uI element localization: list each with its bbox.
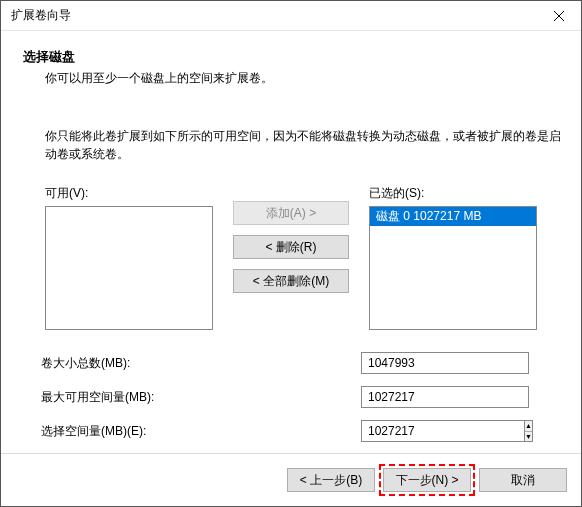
max-space-row: 最大可用空间量(MB): 1027217	[41, 386, 561, 408]
available-label: 可用(V):	[45, 185, 213, 202]
wizard-window: 扩展卷向导 选择磁盘 你可以用至少一个磁盘上的空间来扩展卷。 你只能将此卷扩展到…	[0, 0, 582, 507]
select-space-spinner: ▲ ▼	[361, 420, 529, 442]
spinner-buttons: ▲ ▼	[524, 420, 533, 442]
remove-all-button[interactable]: < 全部删除(M)	[233, 269, 349, 293]
available-column: 可用(V):	[45, 185, 213, 330]
wizard-footer: < 上一步(B) 下一步(N) > 取消	[1, 453, 581, 506]
selected-column: 已选的(S): 磁盘 0 1027217 MB	[369, 185, 537, 330]
selected-label: 已选的(S):	[369, 185, 537, 202]
page-heading: 选择磁盘	[23, 49, 561, 66]
content-area: 选择磁盘 你可以用至少一个磁盘上的空间来扩展卷。 你只能将此卷扩展到如下所示的可…	[1, 31, 581, 442]
select-space-input[interactable]	[361, 420, 524, 442]
max-space-value: 1027217	[361, 386, 529, 408]
max-space-label: 最大可用空间量(MB):	[41, 389, 361, 406]
total-size-label: 卷大小总数(MB):	[41, 355, 361, 372]
back-button[interactable]: < 上一步(B)	[287, 468, 375, 492]
selected-listbox[interactable]: 磁盘 0 1027217 MB	[369, 206, 537, 330]
transfer-buttons: 添加(A) > < 删除(R) < 全部删除(M)	[213, 185, 369, 293]
description-text: 你只能将此卷扩展到如下所示的可用空间，因为不能将磁盘转换为动态磁盘，或者被扩展的…	[45, 127, 561, 163]
select-space-label: 选择空间量(MB)(E):	[41, 423, 361, 440]
spin-up-button[interactable]: ▲	[525, 421, 532, 432]
close-button[interactable]	[536, 1, 581, 31]
next-button[interactable]: 下一步(N) >	[383, 468, 471, 492]
select-space-row: 选择空间量(MB)(E): ▲ ▼	[41, 420, 561, 442]
total-size-value: 1047993	[361, 352, 529, 374]
disk-selection-row: 可用(V): 添加(A) > < 删除(R) < 全部删除(M) 已选的(S):…	[21, 185, 561, 330]
add-button: 添加(A) >	[233, 201, 349, 225]
titlebar: 扩展卷向导	[1, 1, 581, 31]
remove-button[interactable]: < 删除(R)	[233, 235, 349, 259]
size-fields: 卷大小总数(MB): 1047993 最大可用空间量(MB): 1027217 …	[21, 330, 561, 442]
cancel-button[interactable]: 取消	[479, 468, 567, 492]
list-item[interactable]: 磁盘 0 1027217 MB	[370, 207, 536, 226]
close-icon	[554, 11, 564, 21]
available-listbox[interactable]	[45, 206, 213, 330]
total-size-row: 卷大小总数(MB): 1047993	[41, 352, 561, 374]
spin-down-button[interactable]: ▼	[525, 432, 532, 442]
window-title: 扩展卷向导	[11, 7, 71, 24]
page-subheading: 你可以用至少一个磁盘上的空间来扩展卷。	[45, 70, 561, 87]
